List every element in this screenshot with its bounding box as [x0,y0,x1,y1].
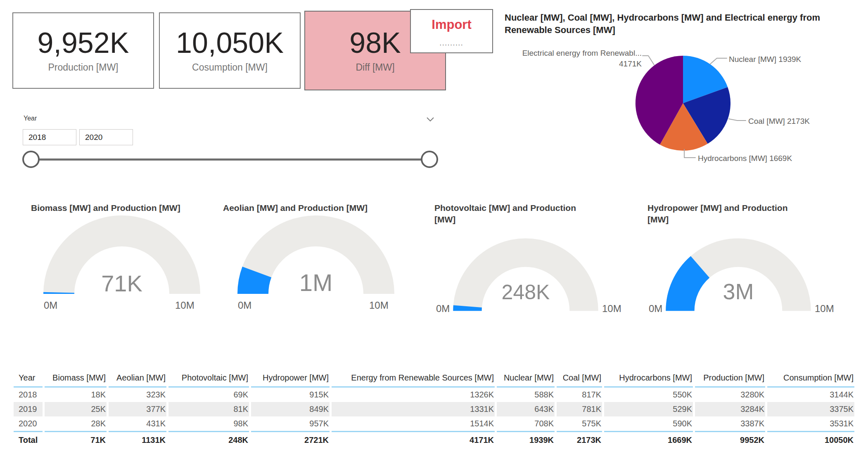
gauge-biomass-max: 10M [175,300,194,311]
callout-coal: Coal [MW] 2173K [748,116,810,127]
table-total-cell: 248K [168,431,249,447]
diff-value: 98K [349,28,401,59]
table-cell: 98K [168,416,249,431]
gauge-photovoltaic-title: Photovoltaic [MW] and Production [MW] [434,202,583,226]
table-cell: 2018 [14,388,43,402]
table-cell: 81K [168,402,249,416]
table-cell: 377K [109,402,166,416]
pie-chart-title: Nuclear [MW], Coal [MW], Hydrocarbons [M… [505,12,865,36]
column-header-2[interactable]: Aeolian [MW] [109,371,166,388]
table-cell: 69K [168,388,249,402]
table-cell: 817K [557,388,602,402]
gauge-hydropower-value: 3M [723,279,754,304]
import-button-label: Import [432,17,471,32]
table-total-cell: 2721K [251,431,330,447]
consumption-label: Cosumption [MW] [192,62,268,73]
table-cell: 529K [604,402,693,416]
consumption-value: 10,050K [176,28,284,59]
table-total-cell: 1669K [604,431,693,447]
production-value: 9,952K [38,28,129,59]
table-cell: 18K [45,388,107,402]
gauge-photovoltaic-value: 248K [502,280,550,304]
table-total-cell: 1131K [109,431,166,447]
kpi-card-consumption: 10,050K Cosumption [MW] [159,12,301,89]
gauge-aeolian-min: 0M [238,300,251,311]
table-total-cell: 10050K [767,431,854,447]
table-cell: 588K [497,388,555,402]
slider-handle-left[interactable] [22,151,40,168]
table-header-row: YearBiomass [MW]Aeolian [MW]Photovoltaic… [14,371,854,388]
table-cell: 550K [604,388,693,402]
column-header-1[interactable]: Biomass [MW] [45,371,107,388]
table-cell: 3284K [695,402,765,416]
slider-track[interactable] [31,158,429,161]
callout-renewable: Electrical energy from Renewabl... 4171K [522,48,642,69]
gauge-hydropower-max: 10M [815,303,834,314]
gauge-biomass-min: 0M [44,300,57,311]
import-dots: ......... [439,41,463,45]
table-total-cell: 9952K [695,431,765,447]
gauge-hydropower-title: Hydropower [MW] and Production [MW] [647,202,796,226]
kpi-card-production: 9,952K Production [MW] [12,12,154,89]
table-cell: 3280K [695,388,765,402]
column-header-5[interactable]: Energy from Renewable Sources [MW] [332,371,495,388]
column-header-8[interactable]: Hydrocarbons [MW] [604,371,693,388]
data-table: YearBiomass [MW]Aeolian [MW]Photovoltaic… [12,371,856,447]
table-total-row: Total71K1131K248K2721K4171K1939K2173K166… [14,431,854,447]
column-header-6[interactable]: Nuclear [MW] [497,371,555,388]
import-button[interactable]: Import ......... [410,9,493,53]
slicer-start-input[interactable] [23,129,76,145]
gauge-hydropower-min: 0M [649,303,662,314]
production-label: Production [MW] [48,62,119,73]
table-cell: 28K [45,416,107,431]
table-cell: 590K [604,416,693,431]
table-total-cell: 2173K [557,431,602,447]
table-cell: 2019 [14,402,43,416]
gauge-photovoltaic-min: 0M [436,303,450,314]
table-cell: 1514K [332,416,495,431]
column-header-10[interactable]: Consumption [MW] [767,371,854,388]
callout-renewable-name: Electrical energy from Renewabl... [522,48,642,59]
slicer-title: Year [24,115,37,122]
table-cell: 1326K [332,388,495,402]
table-row-2019: 201925K377K81K849K1331K643K781K529K3284K… [14,402,854,416]
table-cell: 915K [251,388,330,402]
table-cell: 3531K [767,416,854,431]
gauge-aeolian-value: 1M [299,269,333,296]
table-cell: 575K [557,416,602,431]
diff-label: Diff [MW] [356,62,394,73]
table-cell: 1331K [332,402,495,416]
column-header-4[interactable]: Hydropower [MW] [251,371,330,388]
table-cell: 323K [109,388,166,402]
column-header-3[interactable]: Photovoltaic [MW] [168,371,249,388]
table-total-cell: 71K [45,431,107,447]
table-cell: 957K [251,416,330,431]
table-total-cell: 1939K [497,431,555,447]
table-cell: 2020 [14,416,43,431]
table-total-cell: 4171K [332,431,495,447]
table-cell: 643K [497,402,555,416]
gauge-biomass-value: 71K [101,270,142,297]
table-total-cell: Total [14,431,43,447]
table-row-2018: 201818K323K69K915K1326K588K817K550K3280K… [14,388,854,402]
table-cell: 849K [251,402,330,416]
chevron-down-icon[interactable] [426,116,434,122]
table-cell: 708K [497,416,555,431]
column-header-9[interactable]: Production [MW] [695,371,765,388]
table-cell: 3375K [767,402,854,416]
table-row-2020: 202028K431K98K957K1514K708K575K590K3387K… [14,416,854,431]
table-cell: 781K [557,402,602,416]
column-header-7[interactable]: Coal [MW] [557,371,602,388]
gauge-aeolian-max: 10M [369,300,389,311]
callout-hydrocarbons: Hydrocarbons [MW] 1669K [698,153,792,164]
column-header-0[interactable]: Year [14,371,43,388]
slicer-end-input[interactable] [79,129,133,145]
gauge-photovoltaic-max: 10M [602,303,621,314]
table-cell: 3144K [767,388,854,402]
slider-handle-right[interactable] [421,151,438,168]
table-cell: 431K [109,416,166,431]
table-cell: 25K [45,402,107,416]
table-cell: 3387K [695,416,765,431]
callout-renewable-value: 4171K [522,59,642,69]
callout-nuclear: Nuclear [MW] 1939K [729,54,801,65]
